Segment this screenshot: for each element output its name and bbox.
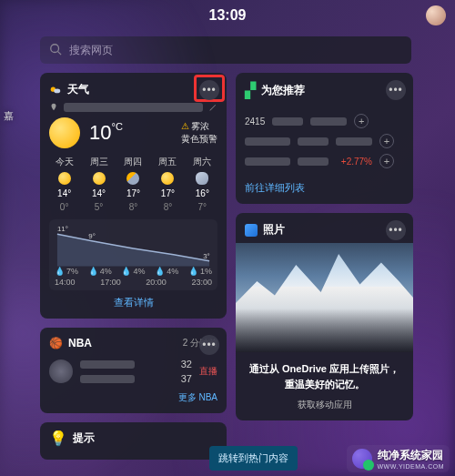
- lightbulb-icon: 💡: [49, 430, 67, 447]
- photo-preview: [236, 243, 413, 352]
- precip-val: 💧4%: [155, 267, 178, 276]
- svg-line-1: [58, 51, 62, 55]
- weather-location-row[interactable]: [49, 103, 217, 112]
- live-badge: 直播: [199, 365, 217, 378]
- rec-details-link[interactable]: 前往详细列表: [245, 181, 404, 195]
- ellipsis-icon: •••: [389, 85, 403, 96]
- stock-price-redacted: [298, 157, 329, 166]
- team-name-redacted: [80, 375, 135, 383]
- score: 32: [181, 359, 192, 370]
- nba-match[interactable]: 32 37 直播: [49, 357, 217, 386]
- watermark: 纯净系统家园 WWW.YIDEMA.COM: [347, 445, 450, 472]
- avatar[interactable]: [426, 5, 446, 25]
- rec-more-button[interactable]: •••: [386, 80, 406, 100]
- precip-val: 💧4%: [88, 267, 112, 276]
- ellipsis-icon: •••: [202, 339, 217, 350]
- hourly-chart: 11° 9° 3° 💧7% 💧4% 💧4% 💧4% 💧1% 14:00 17:0…: [49, 219, 217, 290]
- stock-row[interactable]: 2415 +: [245, 114, 404, 128]
- sun-icon: [58, 172, 71, 185]
- forecast-day[interactable]: 周五17°8°: [153, 156, 183, 212]
- weather-icon: [49, 84, 62, 96]
- precip-val: 💧4%: [121, 267, 145, 276]
- photos-cta-link[interactable]: 获取移动应用: [247, 399, 402, 411]
- weather-more-button[interactable]: •••: [199, 80, 219, 100]
- score: 37: [181, 373, 192, 384]
- pencil-icon: [208, 103, 217, 112]
- photos-title: 照片: [263, 222, 285, 238]
- svg-text:9°: 9°: [88, 232, 96, 240]
- weather-title: 天气: [67, 82, 89, 97]
- hint-title: 提示: [73, 430, 95, 446]
- jump-to-trending-button[interactable]: 跳转到热门内容: [209, 446, 298, 471]
- add-stock-button[interactable]: +: [379, 154, 394, 168]
- cloud-icon: [196, 172, 208, 185]
- partly-cloudy-icon: [126, 172, 139, 185]
- nba-title: NBA: [68, 337, 92, 349]
- sun-icon: [161, 172, 174, 185]
- svg-text:3°: 3°: [203, 252, 210, 260]
- stock-code-redacted: [245, 157, 290, 166]
- nba-card: ••• 🏀 NBA 2 分钟前 32 37 直播 更多 NBA: [40, 328, 227, 413]
- location-redacted: [64, 103, 203, 112]
- forecast-day[interactable]: 周四17°8°: [118, 156, 148, 212]
- team-logo: [49, 360, 73, 383]
- recommended-card: ••• ▞ 为您推荐 2415 + +: [236, 73, 413, 204]
- stock-price-redacted: [298, 137, 329, 146]
- svg-point-0: [51, 44, 59, 52]
- hint-card: 💡 提示: [40, 422, 227, 460]
- precip-val: 💧7%: [55, 267, 78, 276]
- forecast-day[interactable]: 周六16°7°: [187, 156, 217, 212]
- sun-icon: [49, 117, 80, 148]
- stock-row[interactable]: +: [245, 134, 404, 148]
- sun-icon: [93, 172, 106, 185]
- photos-more-button[interactable]: •••: [386, 220, 406, 240]
- weather-card: ••• 天气 10°C ⚠雾浓 黄色预警 今天1: [40, 73, 227, 319]
- watermark-logo-icon: [352, 449, 372, 469]
- photo-icon: [245, 224, 258, 237]
- hour-label: 20:00: [146, 278, 167, 287]
- clock: 13:09: [209, 7, 247, 24]
- forecast-day[interactable]: 今天14°0°: [49, 156, 79, 212]
- stock-code: 2415: [245, 116, 265, 127]
- nba-icon: 🏀: [49, 337, 63, 349]
- watermark-sub: WWW.YIDEMA.COM: [378, 463, 445, 470]
- hour-label: 14:00: [55, 278, 76, 287]
- stock-change-redacted: [336, 137, 372, 146]
- hour-label: 17:00: [100, 278, 121, 287]
- photos-desc: 通过从 OneDrive 应用上传照片，重温美好的记忆。: [247, 361, 402, 391]
- stock-row[interactable]: +2.77% +: [245, 154, 404, 168]
- ellipsis-icon: •••: [202, 85, 217, 96]
- nba-more-button[interactable]: •••: [199, 335, 219, 355]
- add-stock-button[interactable]: +: [379, 134, 394, 148]
- stock-change-redacted: [310, 117, 347, 126]
- svg-text:11°: 11°: [57, 225, 68, 233]
- rec-title: 为您推荐: [261, 83, 305, 98]
- stock-change: +2.77%: [336, 157, 372, 167]
- team-name-redacted: [80, 360, 135, 369]
- add-stock-button[interactable]: +: [354, 114, 369, 128]
- svg-point-3: [54, 88, 60, 93]
- stock-code-redacted: [245, 137, 290, 146]
- top-bar: 13:09: [0, 0, 455, 31]
- watermark-text: 纯净系统家园: [378, 448, 445, 463]
- forecast-row: 今天14°0° 周三14°5° 周四17°8° 周五17°8° 周六16°7°: [49, 156, 217, 212]
- more-nba-link[interactable]: 更多 NBA: [49, 391, 217, 404]
- weather-warning[interactable]: ⚠雾浓 黄色预警: [181, 120, 217, 146]
- weather-details-link[interactable]: 查看详情: [49, 296, 217, 309]
- pin-icon: [49, 103, 58, 112]
- precip-val: 💧1%: [188, 267, 212, 276]
- stock-price-redacted: [272, 117, 303, 126]
- warning-icon: ⚠: [181, 121, 189, 131]
- forecast-day[interactable]: 周三14°5°: [84, 156, 114, 212]
- photos-card: ••• 照片 通过从 OneDrive 应用上传照片，重温美好的记忆。 获取移动…: [236, 213, 413, 420]
- chart-icon: ▞: [245, 82, 256, 99]
- temp-line-chart: 11° 9° 3°: [53, 225, 214, 267]
- ellipsis-icon: •••: [389, 225, 403, 236]
- current-temp: 10°C: [89, 121, 123, 145]
- hour-label: 23:00: [191, 278, 212, 287]
